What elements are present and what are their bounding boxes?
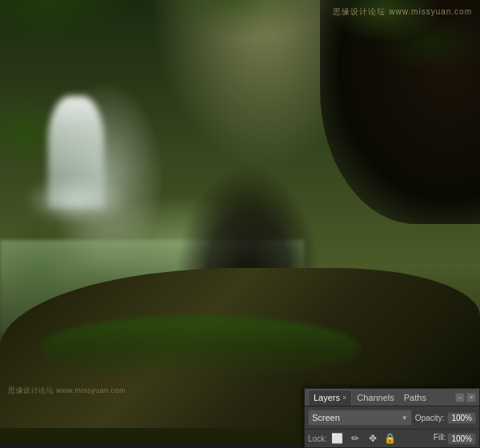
lock-transparent-icon[interactable]: ⬜ bbox=[330, 431, 345, 446]
blend-mode-select[interactable]: Screen ▼ bbox=[308, 410, 412, 426]
watermark-bottom-left: 思缘设计论坛 www.missyuan.com bbox=[8, 386, 126, 396]
blend-mode-value: Screen bbox=[312, 413, 340, 422]
blend-opacity-row: Screen ▼ Opacity: 100% bbox=[305, 406, 479, 430]
panel-tab-bar: Layers × Channels Paths – × bbox=[305, 389, 479, 406]
opacity-label: Opacity: bbox=[415, 414, 445, 422]
tab-layers-close[interactable]: × bbox=[342, 394, 346, 402]
lock-all-icon[interactable]: 🔒 bbox=[383, 431, 398, 446]
tab-channels-label: Channels bbox=[357, 393, 394, 402]
layers-toolbar: Lock: ⬜ ✏ ✥ 🔒 Fill: 100% bbox=[305, 430, 479, 447]
layers-panel: Layers × Channels Paths – × Screen ▼ Opa… bbox=[304, 388, 480, 448]
panel-control-buttons: – × bbox=[455, 393, 476, 402]
lock-text: Lock: bbox=[308, 434, 327, 443]
lock-label: Lock: bbox=[308, 434, 327, 443]
canvas-scene: 思缘设计论坛 www.missyuan.com 思缘设计论坛 www.missy… bbox=[0, 0, 480, 444]
tab-layers-label: Layers bbox=[314, 393, 340, 402]
watermark-top-right: 思缘设计论坛 www.missyuan.com bbox=[333, 6, 472, 18]
log-moss bbox=[40, 316, 360, 380]
lock-position-icon[interactable]: ✥ bbox=[366, 431, 380, 446]
panel-minimize-button[interactable]: – bbox=[455, 393, 465, 402]
fill-container: Fill: 100% bbox=[434, 433, 476, 445]
tab-paths[interactable]: Paths bbox=[399, 390, 431, 406]
panel-close-button[interactable]: × bbox=[466, 393, 476, 402]
fill-value[interactable]: 100% bbox=[447, 433, 476, 445]
opacity-value[interactable]: 100% bbox=[447, 412, 476, 424]
fill-label: Fill: bbox=[434, 433, 446, 445]
tab-paths-label: Paths bbox=[404, 393, 426, 402]
lock-pixels-icon[interactable]: ✏ bbox=[348, 431, 362, 446]
tab-channels[interactable]: Channels bbox=[352, 390, 398, 406]
tab-layers[interactable]: Layers × bbox=[308, 390, 352, 406]
blend-mode-arrow-icon: ▼ bbox=[402, 414, 408, 422]
waterfall-mist bbox=[24, 176, 128, 224]
